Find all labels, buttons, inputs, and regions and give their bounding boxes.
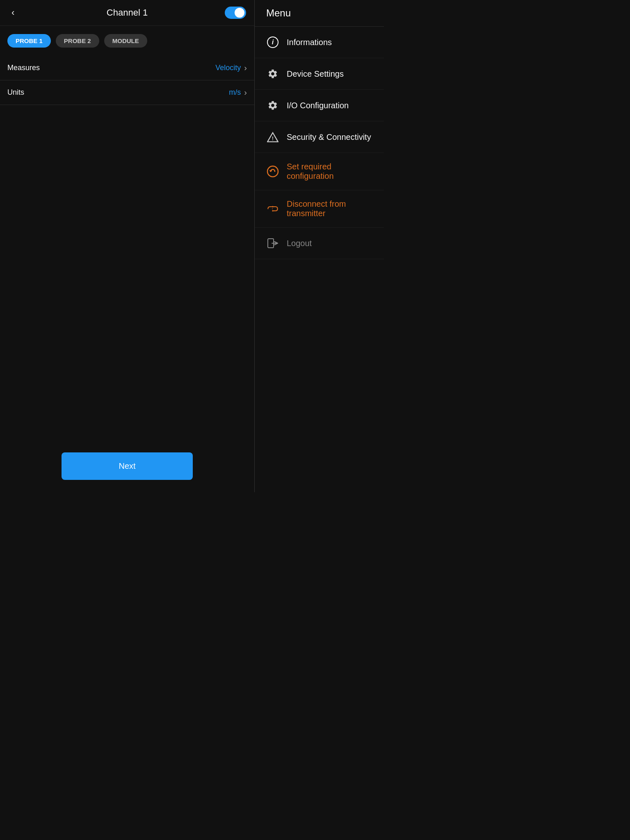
warning-icon: !: [266, 130, 279, 144]
svg-point-1: [267, 166, 278, 177]
io-gear-icon: [266, 99, 279, 112]
units-label: Units: [7, 88, 24, 97]
measures-chevron: ›: [244, 63, 247, 73]
left-panel: ‹ Channel 1 PROBE 1 PROBE 2 MODULE Measu…: [0, 0, 254, 492]
measures-row[interactable]: Measures Velocity ›: [0, 56, 254, 80]
device-settings-label: Device Settings: [287, 69, 344, 79]
units-chevron: ›: [244, 88, 247, 97]
svg-point-2: [272, 206, 273, 207]
units-right: m/s ›: [229, 88, 247, 97]
menu-item-disconnect[interactable]: Disconnect from transmitter: [255, 190, 384, 228]
probe-tabs: PROBE 1 PROBE 2 MODULE: [0, 26, 254, 56]
units-value: m/s: [229, 88, 241, 97]
next-button[interactable]: Next: [62, 452, 193, 480]
logout-label: Logout: [287, 239, 312, 248]
svg-text:!: !: [272, 135, 274, 142]
channel-toggle[interactable]: [225, 7, 246, 19]
menu-item-device-settings[interactable]: Device Settings: [255, 58, 384, 90]
menu-item-set-config[interactable]: Set required configuration: [255, 153, 384, 190]
security-label: Security & Connectivity: [287, 132, 371, 142]
info-icon: i: [266, 36, 279, 49]
channel-title: Channel 1: [107, 7, 148, 18]
io-config-label: I/O Configuration: [287, 101, 349, 110]
measures-value: Velocity: [215, 64, 241, 72]
svg-point-3: [272, 210, 273, 211]
toggle-knob: [235, 8, 244, 18]
probe1-tab[interactable]: PROBE 1: [7, 34, 51, 48]
right-panel: Menu i Informations Device Settings I/O …: [255, 0, 384, 492]
module-tab[interactable]: MODULE: [104, 34, 147, 48]
disconnect-label: Disconnect from transmitter: [287, 199, 372, 218]
set-config-label: Set required configuration: [287, 162, 372, 181]
probe2-tab[interactable]: PROBE 2: [56, 34, 99, 48]
menu-header: Menu: [255, 0, 384, 27]
units-row[interactable]: Units m/s ›: [0, 80, 254, 105]
header: ‹ Channel 1: [0, 0, 254, 26]
measures-right: Velocity ›: [215, 63, 247, 73]
config-icon: [266, 165, 279, 178]
disconnect-icon: [266, 202, 279, 215]
next-button-container: Next: [62, 452, 193, 480]
measures-label: Measures: [7, 64, 40, 72]
gear-icon: [266, 67, 279, 80]
menu-title: Menu: [266, 7, 291, 18]
back-button[interactable]: ‹: [8, 6, 18, 20]
logout-icon: [266, 237, 279, 250]
menu-item-logout[interactable]: Logout: [255, 228, 384, 259]
menu-item-security[interactable]: ! Security & Connectivity: [255, 121, 384, 153]
menu-item-informations[interactable]: i Informations: [255, 27, 384, 58]
menu-item-io-config[interactable]: I/O Configuration: [255, 90, 384, 121]
informations-label: Informations: [287, 38, 332, 47]
